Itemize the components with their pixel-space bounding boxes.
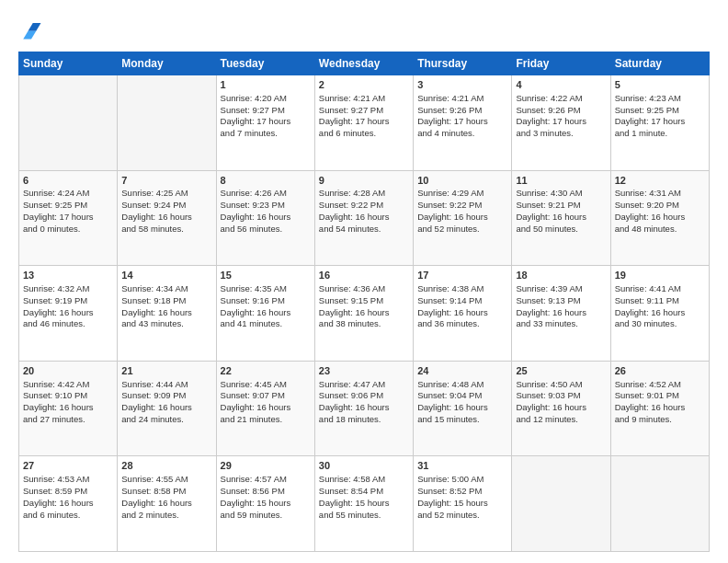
- day-info-line: Sunset: 9:24 PM: [121, 200, 211, 212]
- day-number: 13: [23, 269, 113, 282]
- day-number: 24: [417, 364, 507, 378]
- day-info-line: Daylight: 16 hours: [121, 498, 211, 510]
- day-info-line: Sunset: 9:04 PM: [417, 390, 507, 402]
- day-info-line: Sunrise: 4:57 AM: [221, 474, 311, 486]
- calendar-cell: 15Sunrise: 4:35 AMSunset: 9:16 PMDayligh…: [216, 266, 314, 362]
- calendar-cell: 1Sunrise: 4:20 AMSunset: 9:27 PMDaylight…: [216, 75, 314, 171]
- day-info-line: Daylight: 15 hours: [319, 498, 409, 510]
- calendar-cell: 20Sunrise: 4:42 AMSunset: 9:10 PMDayligh…: [19, 361, 118, 456]
- day-info-line: Sunrise: 4:21 AM: [319, 93, 409, 105]
- day-info-line: Daylight: 17 hours: [23, 212, 113, 224]
- day-info-line: Daylight: 16 hours: [417, 402, 507, 414]
- day-info-line: Sunrise: 4:23 AM: [615, 93, 705, 105]
- day-info-line: Sunrise: 4:24 AM: [23, 188, 113, 200]
- day-info-line: Sunrise: 4:41 AM: [615, 283, 705, 295]
- day-info-line: Sunset: 9:16 PM: [221, 295, 311, 307]
- calendar-cell: 11Sunrise: 4:30 AMSunset: 9:21 PMDayligh…: [512, 170, 610, 266]
- calendar-cell: 6Sunrise: 4:24 AMSunset: 9:25 PMDaylight…: [19, 170, 118, 266]
- day-number: 25: [516, 364, 606, 378]
- day-info-line: Sunrise: 4:25 AM: [121, 188, 211, 200]
- weekday-header: Sunday: [19, 52, 118, 75]
- day-info-line: and 30 minutes.: [615, 318, 705, 330]
- day-info-line: Daylight: 16 hours: [121, 402, 211, 414]
- day-number: 1: [221, 78, 311, 92]
- day-info-line: Sunrise: 4:32 AM: [23, 283, 113, 295]
- day-info-line: Daylight: 16 hours: [417, 307, 507, 319]
- day-info-line: Sunrise: 4:30 AM: [516, 188, 606, 200]
- day-info-line: and 58 minutes.: [121, 224, 211, 236]
- day-info-line: Daylight: 17 hours: [221, 116, 311, 128]
- day-info-line: Daylight: 16 hours: [23, 402, 113, 414]
- weekday-header: Thursday: [414, 52, 512, 75]
- day-info-line: and 54 minutes.: [319, 224, 409, 236]
- weekday-header: Saturday: [610, 52, 709, 75]
- day-info-line: and 52 minutes.: [417, 224, 507, 236]
- day-number: 28: [121, 459, 211, 473]
- day-info-line: and 15 minutes.: [417, 414, 507, 426]
- day-info-line: Sunrise: 4:55 AM: [121, 474, 211, 486]
- day-info-line: Sunrise: 4:50 AM: [516, 379, 606, 391]
- day-info-line: Sunset: 9:09 PM: [121, 390, 211, 402]
- day-info-line: Sunset: 9:26 PM: [516, 105, 606, 117]
- day-info-line: and 6 minutes.: [23, 510, 113, 522]
- day-number: 29: [221, 459, 311, 473]
- calendar-cell: 18Sunrise: 4:39 AMSunset: 9:13 PMDayligh…: [512, 266, 610, 362]
- day-info-line: Daylight: 16 hours: [615, 307, 705, 319]
- day-info-line: Sunrise: 4:53 AM: [23, 474, 113, 486]
- calendar-cell: [512, 456, 610, 552]
- calendar-cell: 8Sunrise: 4:26 AMSunset: 9:23 PMDaylight…: [216, 170, 314, 266]
- day-info-line: and 59 minutes.: [221, 510, 311, 522]
- day-info-line: Daylight: 16 hours: [121, 307, 211, 319]
- day-info-line: Sunrise: 4:36 AM: [319, 283, 409, 295]
- calendar-cell: 16Sunrise: 4:36 AMSunset: 9:15 PMDayligh…: [314, 266, 413, 362]
- day-info-line: Sunrise: 4:29 AM: [417, 188, 507, 200]
- day-info-line: Sunrise: 4:21 AM: [417, 93, 507, 105]
- day-info-line: Daylight: 16 hours: [121, 212, 211, 224]
- day-number: 26: [615, 364, 705, 378]
- day-info-line: Sunset: 8:56 PM: [221, 486, 311, 498]
- calendar-cell: 3Sunrise: 4:21 AMSunset: 9:26 PMDaylight…: [414, 75, 512, 171]
- day-info-line: Sunrise: 4:42 AM: [23, 379, 113, 391]
- day-info-line: Daylight: 16 hours: [23, 307, 113, 319]
- calendar-week-row: 13Sunrise: 4:32 AMSunset: 9:19 PMDayligh…: [19, 266, 710, 362]
- day-info-line: Sunset: 9:15 PM: [319, 295, 409, 307]
- day-info-line: Sunrise: 4:38 AM: [417, 283, 507, 295]
- day-info-line: Daylight: 16 hours: [615, 212, 705, 224]
- day-info-line: and 4 minutes.: [417, 128, 507, 140]
- calendar-cell: 14Sunrise: 4:34 AMSunset: 9:18 PMDayligh…: [118, 266, 216, 362]
- calendar-cell: 9Sunrise: 4:28 AMSunset: 9:22 PMDaylight…: [314, 170, 413, 266]
- day-info-line: Sunrise: 4:52 AM: [615, 379, 705, 391]
- calendar-cell: 28Sunrise: 4:55 AMSunset: 8:58 PMDayligh…: [118, 456, 216, 552]
- calendar-week-row: 6Sunrise: 4:24 AMSunset: 9:25 PMDaylight…: [19, 170, 710, 266]
- day-info-line: and 3 minutes.: [516, 128, 606, 140]
- day-info-line: Sunset: 9:01 PM: [615, 390, 705, 402]
- day-number: 4: [516, 78, 606, 92]
- day-info-line: Sunset: 9:03 PM: [516, 390, 606, 402]
- day-info-line: Daylight: 16 hours: [516, 307, 606, 319]
- day-number: 16: [319, 269, 409, 282]
- day-info-line: Sunrise: 4:26 AM: [221, 188, 311, 200]
- weekday-header: Monday: [118, 52, 216, 75]
- day-info-line: Daylight: 17 hours: [319, 116, 409, 128]
- calendar-cell: [118, 75, 216, 171]
- day-info-line: Daylight: 16 hours: [23, 498, 113, 510]
- day-info-line: Sunset: 9:20 PM: [615, 200, 705, 212]
- day-info-line: Sunrise: 4:44 AM: [121, 379, 211, 391]
- day-number: 31: [417, 459, 507, 473]
- day-info-line: and 48 minutes.: [615, 224, 705, 236]
- calendar-cell: 26Sunrise: 4:52 AMSunset: 9:01 PMDayligh…: [610, 361, 709, 456]
- weekday-header: Friday: [512, 52, 610, 75]
- day-number: 12: [615, 174, 705, 188]
- calendar-cell: 5Sunrise: 4:23 AMSunset: 9:25 PMDaylight…: [610, 75, 709, 171]
- calendar-cell: 13Sunrise: 4:32 AMSunset: 9:19 PMDayligh…: [19, 266, 118, 362]
- day-number: 20: [23, 364, 113, 378]
- day-info-line: Sunset: 8:59 PM: [23, 486, 113, 498]
- calendar-cell: 10Sunrise: 4:29 AMSunset: 9:22 PMDayligh…: [414, 170, 512, 266]
- day-info-line: Sunset: 9:21 PM: [516, 200, 606, 212]
- day-number: 8: [221, 174, 311, 188]
- day-info-line: and 18 minutes.: [319, 414, 409, 426]
- calendar-cell: 22Sunrise: 4:45 AMSunset: 9:07 PMDayligh…: [216, 361, 314, 456]
- day-info-line: Sunset: 9:22 PM: [319, 200, 409, 212]
- day-info-line: Sunset: 9:25 PM: [615, 105, 705, 117]
- day-info-line: Daylight: 16 hours: [221, 212, 311, 224]
